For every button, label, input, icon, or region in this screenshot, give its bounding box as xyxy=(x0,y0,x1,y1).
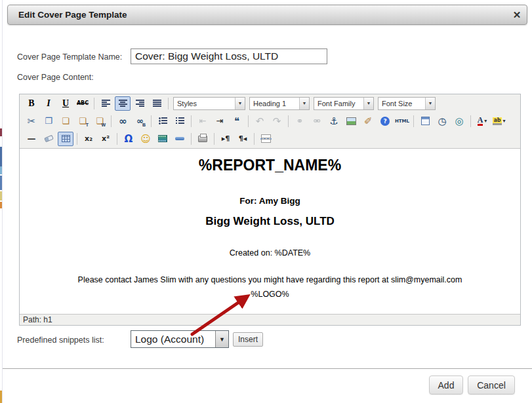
outdent-icon[interactable]: ⇤ xyxy=(195,114,211,128)
redo-icon[interactable]: ↷ xyxy=(269,114,285,128)
chevron-down-icon[interactable]: ▼ xyxy=(299,98,309,109)
company-line: Bigg Weight Loss, ULTD xyxy=(20,215,520,228)
chevron-down-icon[interactable]: ▼ xyxy=(215,331,228,347)
strikethrough-icon[interactable]: ABC xyxy=(75,96,91,111)
rich-text-editor: BIUABCStyles▼Heading 1▼Font Family▼Font … xyxy=(19,94,521,326)
html-icon[interactable]: HTML xyxy=(394,114,410,128)
editor-content-area[interactable]: %REPORT_NAME% For: Amy Bigg Bigg Weight … xyxy=(20,148,520,315)
chevron-down-icon[interactable]: ▼ xyxy=(425,98,435,109)
superscript-icon[interactable]: x² xyxy=(98,132,113,146)
footer-divider xyxy=(3,368,532,369)
editor-path-bar: Path: h1 xyxy=(20,314,520,325)
find-icon[interactable]: ∞ xyxy=(115,114,131,128)
undo-icon[interactable]: ↶ xyxy=(252,114,268,128)
cut-icon[interactable]: ✂ xyxy=(24,114,39,128)
toolbar-separator xyxy=(288,115,289,127)
toolbar-separator xyxy=(191,115,192,127)
font-size-select-value: Font Size xyxy=(379,100,425,107)
copy-icon[interactable]: ❐ xyxy=(41,114,56,128)
close-icon[interactable]: ✕ xyxy=(507,9,527,21)
toolbar-separator xyxy=(151,115,152,127)
insert-time-icon[interactable]: ◷ xyxy=(434,114,450,128)
paste-icon[interactable]: ❏ xyxy=(58,114,73,128)
template-name-label: Cover Page Template Name: xyxy=(17,52,122,62)
visual-aid-icon[interactable] xyxy=(58,132,73,146)
insert-date-icon[interactable] xyxy=(417,114,433,128)
paste-from-word-icon[interactable]: ❏W xyxy=(92,114,108,128)
text-color-icon[interactable]: ▾ xyxy=(474,114,490,128)
rtl-icon[interactable]: ¶◂ xyxy=(235,132,251,146)
styles-select[interactable]: Styles▼ xyxy=(173,97,245,110)
snippets-select[interactable]: Logo (Account) ▼ xyxy=(131,330,229,348)
print-icon[interactable] xyxy=(195,132,211,146)
styles-select-value: Styles xyxy=(174,100,235,107)
toolbar-separator xyxy=(77,133,77,145)
cleanup-icon[interactable]: ✐ xyxy=(360,114,376,128)
snippets-selected-value: Logo (Account) xyxy=(131,334,215,345)
chevron-down-icon[interactable]: ▾ xyxy=(503,118,506,124)
chevron-down-icon[interactable]: ▾ xyxy=(484,118,487,124)
dialog-title: Edit Cover Page Template xyxy=(8,10,507,20)
horizontal-rule-icon[interactable]: — xyxy=(24,132,39,146)
toolbar-separator xyxy=(254,133,255,145)
align-right-icon[interactable] xyxy=(132,96,148,111)
link-icon[interactable]: ⚭ xyxy=(292,114,308,128)
special-character-icon[interactable]: Ω xyxy=(121,132,136,146)
toolbar-separator xyxy=(248,115,249,127)
align-left-icon[interactable] xyxy=(98,96,113,111)
numbered-list-icon[interactable] xyxy=(172,114,188,128)
underline-icon[interactable]: U xyxy=(58,96,73,111)
toolbar-separator xyxy=(111,115,112,127)
add-button[interactable]: Add xyxy=(429,375,463,394)
cancel-button[interactable]: Cancel xyxy=(468,375,515,394)
italic-icon[interactable]: I xyxy=(41,96,56,111)
dialog-titlebar: Edit Cover Page Template ✕ xyxy=(7,5,527,25)
font-family-select[interactable]: Font Family▼ xyxy=(314,97,374,110)
find-replace-icon[interactable]: ∞B xyxy=(132,114,148,128)
format-select[interactable]: Heading 1▼ xyxy=(249,97,310,110)
unlink-icon[interactable]: ⚮ xyxy=(309,114,325,128)
bold-icon[interactable]: B xyxy=(24,96,39,111)
template-name-input[interactable] xyxy=(131,48,327,64)
snippets-label: Predefined snippets list: xyxy=(17,336,104,345)
insert-line-icon[interactable] xyxy=(172,132,188,146)
font-family-select-value: Font Family xyxy=(314,100,363,107)
contact-line: Please contact James Slim with any quest… xyxy=(20,275,520,284)
edit-cover-page-dialog: Edit Cover Page Template ✕ Cover Page Te… xyxy=(2,0,532,403)
align-center-icon[interactable] xyxy=(115,96,131,111)
chevron-down-icon[interactable]: ▼ xyxy=(235,98,245,109)
toolbar-separator xyxy=(117,133,117,145)
emoticons-icon[interactable]: ☺ xyxy=(138,132,153,146)
image-icon[interactable] xyxy=(343,114,359,128)
subscript-icon[interactable]: x₂ xyxy=(81,132,96,146)
toolbar-separator xyxy=(413,115,414,127)
logo-placeholder: %LOGO% xyxy=(20,290,520,299)
media-icon[interactable] xyxy=(155,132,171,146)
help-icon[interactable] xyxy=(377,114,393,128)
report-name-placeholder: %REPORT_NAME% xyxy=(20,157,520,174)
insert-button[interactable]: Insert xyxy=(233,332,263,347)
paste-as-text-icon[interactable]: ❏T xyxy=(75,114,91,128)
remove-formatting-icon[interactable] xyxy=(41,132,56,146)
page-break-icon[interactable] xyxy=(258,132,274,146)
toolbar-separator xyxy=(470,115,471,127)
justify-icon[interactable] xyxy=(149,96,165,111)
anchor-icon[interactable]: ⚓ xyxy=(326,114,342,128)
background-color-icon[interactable]: ▾ xyxy=(491,114,507,128)
ltr-icon[interactable]: ▸¶ xyxy=(218,132,234,146)
toolbar-separator xyxy=(168,98,169,109)
blockquote-icon[interactable]: ❝ xyxy=(229,114,245,128)
bullet-list-icon[interactable] xyxy=(155,114,171,128)
content-label: Cover Page Content: xyxy=(17,73,94,82)
preview-icon[interactable]: ◎ xyxy=(451,114,467,128)
chevron-down-icon[interactable]: ▼ xyxy=(363,98,373,109)
toolbar-separator xyxy=(94,98,94,109)
font-size-select[interactable]: Font Size▼ xyxy=(378,97,436,110)
indent-icon[interactable]: ⇥ xyxy=(212,114,228,128)
toolbar-separator xyxy=(191,133,192,145)
created-line: Created on: %DATE% xyxy=(20,248,520,258)
format-select-value: Heading 1 xyxy=(250,100,299,107)
editor-toolbar: BIUABCStyles▼Heading 1▼Font Family▼Font … xyxy=(20,94,520,147)
toolbar-separator xyxy=(214,133,215,145)
for-line: For: Amy Bigg xyxy=(20,196,520,206)
